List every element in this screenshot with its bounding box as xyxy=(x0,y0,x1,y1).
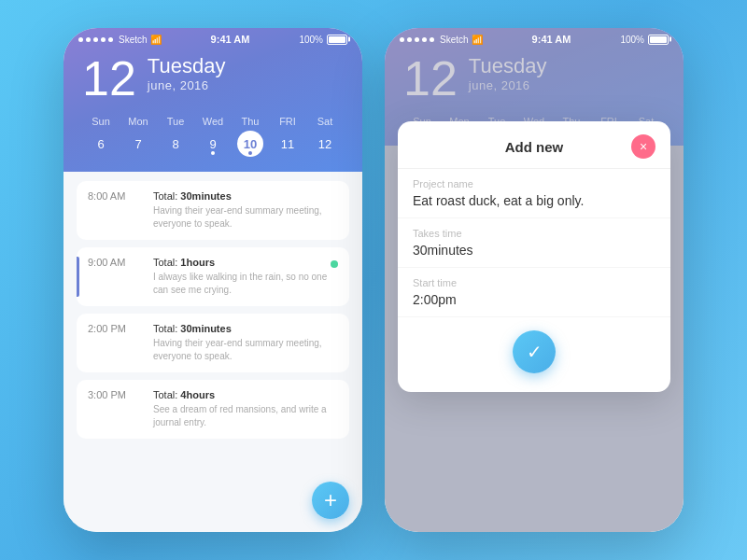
event-time-3: 2:00 PM xyxy=(88,323,144,334)
status-left: Sketch 📶 xyxy=(78,35,162,45)
modal-title: Add new xyxy=(437,139,631,155)
week-date-9[interactable]: 9 xyxy=(200,131,226,157)
day-number: 12 xyxy=(82,54,136,103)
event-time-col-4: 3:00 PM xyxy=(88,389,144,400)
event-card-300pm[interactable]: 3:00 PM Total: 4hours See a dream of red… xyxy=(77,380,349,439)
event-total-4: Total: 4hours xyxy=(153,389,338,400)
event-content-3: Total: 30minutes Having their year-end s… xyxy=(153,323,338,363)
event-total-2: Total: 1hours xyxy=(153,257,338,268)
status-bar-left: Sketch 📶 9:41 AM 100% xyxy=(63,28,362,45)
date-dot-10 xyxy=(248,151,252,155)
week-labels-row: Sun Mon Tue Wed Thu FRI Sat xyxy=(82,116,344,131)
event-status-dot xyxy=(331,260,338,268)
status-time: 9:41 AM xyxy=(211,34,250,45)
event-time-4: 3:00 PM xyxy=(88,389,144,400)
event-desc-4: See a dream of red mansions, and write a… xyxy=(153,403,338,429)
modal-field-project: Project name Eat roast duck, eat a big o… xyxy=(398,169,670,218)
week-date-11[interactable]: 11 xyxy=(275,131,301,157)
status-left-r: Sketch 📶 xyxy=(400,35,483,45)
field-label-time: Takes time xyxy=(413,228,655,239)
event-content: Total: 30minutes Having their year-end s… xyxy=(153,190,338,231)
battery-fill xyxy=(329,36,345,43)
modal-close-button[interactable]: × xyxy=(631,134,655,159)
signal-dot-3 xyxy=(93,37,98,42)
left-phone: Sketch 📶 9:41 AM 100% 12 Tuesday june, 2… xyxy=(63,28,362,532)
event-desc-2: I always like walking in the rain, so no… xyxy=(153,271,338,297)
field-value-start[interactable]: 2:00pm xyxy=(413,292,655,307)
r-battery-fill xyxy=(650,36,667,43)
event-card-200pm[interactable]: 2:00 PM Total: 30minutes Having their ye… xyxy=(77,314,349,372)
week-label-mon: Mon xyxy=(120,116,157,131)
r-carrier: Sketch xyxy=(440,35,469,45)
r-battery-icon xyxy=(648,35,669,45)
battery-icon xyxy=(327,35,347,45)
day-info: Tuesday june, 2016 xyxy=(148,54,226,92)
right-phone: Sketch 📶 9:41 AM 100% 12 Tuesday june, 2… xyxy=(385,28,684,532)
week-label-wed: Wed xyxy=(194,116,232,131)
modal-field-start: Start time 2:00pm xyxy=(398,268,670,317)
week-label-tue: Tue xyxy=(157,116,194,131)
event-content-4: Total: 4hours See a dream of red mansion… xyxy=(153,389,338,429)
week-date-7[interactable]: 7 xyxy=(125,131,151,157)
week-date-12[interactable]: 12 xyxy=(312,131,338,157)
modal-header: Add new × xyxy=(398,121,670,169)
event-duration-4: 4hours xyxy=(180,389,215,400)
r-status-time: 9:41 AM xyxy=(532,34,571,45)
r-wifi-icon: 📶 xyxy=(472,35,483,45)
r-signal-2 xyxy=(407,37,412,42)
event-duration: 30minutes xyxy=(180,190,231,202)
event-time-col-3: 2:00 PM xyxy=(88,323,144,334)
week-label-sat: Sat xyxy=(306,116,344,131)
event-time: 8:00 AM xyxy=(88,190,144,202)
r-battery-label: 100% xyxy=(620,35,644,45)
modal-confirm-area: ✓ xyxy=(398,330,670,373)
signal-dot-1 xyxy=(78,37,83,42)
event-content-2: Total: 1hours I always like walking in t… xyxy=(153,257,338,297)
carrier-label: Sketch xyxy=(119,35,148,45)
confirm-button[interactable]: ✓ xyxy=(513,330,556,373)
week-date-10[interactable]: 10 xyxy=(237,131,263,157)
event-duration-2: 1hours xyxy=(180,257,215,268)
events-list: 8:00 AM Total: 30minutes Having their ye… xyxy=(63,172,362,532)
week-date-6[interactable]: 6 xyxy=(88,131,114,157)
modal-field-time: Takes time 30minutes xyxy=(398,218,670,268)
event-total-3: Total: 30minutes xyxy=(153,323,338,334)
signal-dot-4 xyxy=(101,37,106,42)
event-card-900am[interactable]: 9:00 AM Total: 1hours I always like walk… xyxy=(77,247,349,306)
bottom-spacer xyxy=(77,446,349,493)
r-signal-1 xyxy=(400,37,404,42)
month-year: june, 2016 xyxy=(148,78,226,92)
date-dot-9 xyxy=(211,151,215,155)
wifi-icon: 📶 xyxy=(150,35,162,45)
add-event-fab[interactable]: + xyxy=(312,482,349,519)
r-signal-5 xyxy=(430,37,434,42)
status-bar-right: Sketch 📶 9:41 AM 100% xyxy=(385,28,684,45)
calendar-header: 12 Tuesday june, 2016 Sun Mon Tue Wed Th… xyxy=(63,28,362,172)
field-value-time[interactable]: 30minutes xyxy=(413,243,655,258)
event-accent-bar xyxy=(77,257,79,297)
event-duration-3: 30minutes xyxy=(180,323,231,334)
event-time-col-2: 9:00 AM xyxy=(88,257,144,268)
day-name: Tuesday xyxy=(148,54,226,78)
date-row: 12 Tuesday june, 2016 xyxy=(82,54,344,103)
week-label-thu: Thu xyxy=(232,116,269,131)
event-time-col: 8:00 AM xyxy=(88,190,144,202)
week-date-8[interactable]: 8 xyxy=(162,131,189,157)
r-signal-4 xyxy=(422,37,427,42)
r-status-right: 100% xyxy=(620,35,669,45)
r-signal-3 xyxy=(415,37,419,42)
event-desc-3: Having their year-end summary meeting, e… xyxy=(153,337,338,363)
field-value-project[interactable]: Eat roast duck, eat a big only. xyxy=(413,193,655,208)
week-label-sun: Sun xyxy=(82,116,120,131)
week-dates-row[interactable]: 6 7 8 9 10 11 12 xyxy=(82,131,344,157)
signal-dot-5 xyxy=(108,37,113,42)
field-label-start: Start time xyxy=(413,277,655,288)
week-label-fri: FRI xyxy=(269,116,306,131)
event-time-2: 9:00 AM xyxy=(88,257,144,268)
signal-dot-2 xyxy=(86,37,91,42)
event-total: Total: 30minutes xyxy=(153,190,338,202)
field-label-project: Project name xyxy=(413,178,655,189)
event-card-800am[interactable]: 8:00 AM Total: 30minutes Having their ye… xyxy=(77,181,349,240)
event-desc: Having their year-end summary meeting, e… xyxy=(153,204,338,231)
add-new-modal: Add new × Project name Eat roast duck, e… xyxy=(398,121,670,392)
